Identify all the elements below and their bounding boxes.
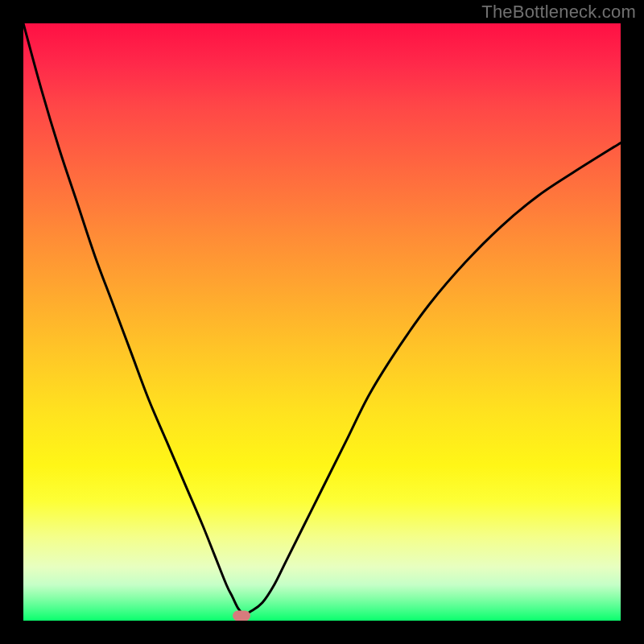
- chart-frame: TheBottleneck.com: [0, 0, 644, 644]
- bottleneck-curve: [23, 23, 621, 621]
- curve-path: [23, 23, 621, 615]
- minimum-marker: [233, 611, 250, 621]
- plot-area: [23, 23, 621, 621]
- watermark-text: TheBottleneck.com: [481, 2, 636, 23]
